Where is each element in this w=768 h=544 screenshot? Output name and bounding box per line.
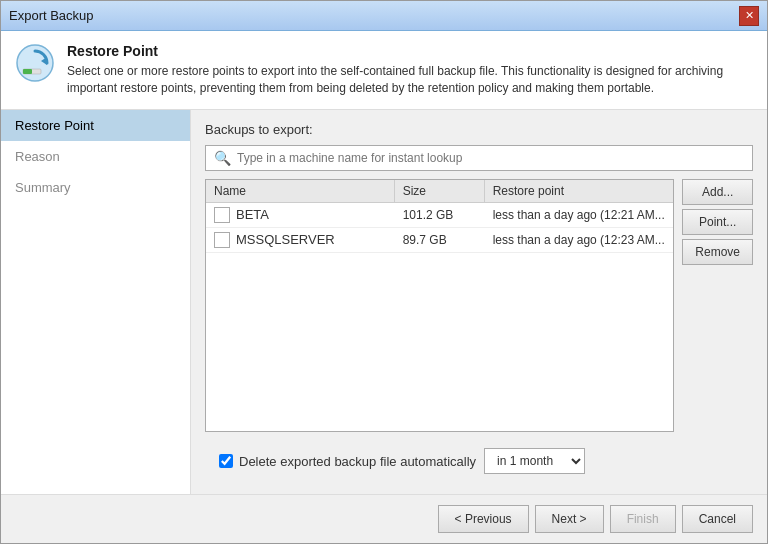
close-button[interactable]: ✕ bbox=[739, 6, 759, 26]
delete-checkbox-text: Delete exported backup file automaticall… bbox=[239, 454, 476, 469]
content-area: Restore Point Reason Summary Backups to … bbox=[1, 110, 767, 494]
header-description: Select one or more restore points to exp… bbox=[67, 63, 753, 97]
row-icon-1 bbox=[214, 232, 230, 248]
header-section: Restore Point Select one or more restore… bbox=[1, 31, 767, 110]
delete-checkbox-label[interactable]: Delete exported backup file automaticall… bbox=[219, 454, 476, 469]
sidebar-item-restore-point[interactable]: Restore Point bbox=[1, 110, 190, 141]
table-area: Name Size Restore point BETA 101.2 GB le… bbox=[205, 179, 753, 432]
remove-button[interactable]: Remove bbox=[682, 239, 753, 265]
cell-size-1: 89.7 GB bbox=[395, 228, 485, 252]
table-row[interactable]: BETA 101.2 GB less than a day ago (12:21… bbox=[206, 203, 673, 228]
footer: < Previous Next > Finish Cancel bbox=[1, 494, 767, 543]
table-body: BETA 101.2 GB less than a day ago (12:21… bbox=[206, 203, 673, 431]
cancel-button[interactable]: Cancel bbox=[682, 505, 753, 533]
backups-label: Backups to export: bbox=[205, 122, 753, 137]
search-box: 🔍 bbox=[205, 145, 753, 171]
bottom-section: Delete exported backup file automaticall… bbox=[205, 440, 753, 482]
search-icon: 🔍 bbox=[214, 150, 231, 166]
delete-dropdown[interactable]: in 1 month in 3 months in 6 months in 1 … bbox=[484, 448, 585, 474]
next-button[interactable]: Next > bbox=[535, 505, 604, 533]
svg-rect-3 bbox=[23, 69, 32, 74]
header-icon bbox=[15, 43, 55, 83]
main-content: Backups to export: 🔍 Name Size Restore p… bbox=[191, 110, 767, 494]
header-text: Restore Point Select one or more restore… bbox=[67, 43, 753, 97]
side-buttons: Add... Point... Remove bbox=[682, 179, 753, 432]
point-button[interactable]: Point... bbox=[682, 209, 753, 235]
add-button[interactable]: Add... bbox=[682, 179, 753, 205]
window-title: Export Backup bbox=[9, 8, 94, 23]
col-restore-point: Restore point bbox=[485, 180, 674, 202]
main-window: Export Backup ✕ Restore Point Select one… bbox=[0, 0, 768, 544]
col-name: Name bbox=[206, 180, 395, 202]
header-title: Restore Point bbox=[67, 43, 753, 59]
search-input[interactable] bbox=[237, 151, 744, 165]
table-row[interactable]: MSSQLSERVER 89.7 GB less than a day ago … bbox=[206, 228, 673, 253]
cell-name-1: MSSQLSERVER bbox=[206, 228, 395, 252]
finish-button[interactable]: Finish bbox=[610, 505, 676, 533]
cell-size-0: 101.2 GB bbox=[395, 203, 485, 227]
sidebar-item-reason[interactable]: Reason bbox=[1, 141, 190, 172]
sidebar-item-summary[interactable]: Summary bbox=[1, 172, 190, 203]
cell-name-0: BETA bbox=[206, 203, 395, 227]
sidebar: Restore Point Reason Summary bbox=[1, 110, 191, 494]
cell-restore-1: less than a day ago (12:23 AM... bbox=[485, 228, 674, 252]
cell-restore-0: less than a day ago (12:21 AM... bbox=[485, 203, 674, 227]
table-header: Name Size Restore point bbox=[206, 180, 673, 203]
col-size: Size bbox=[395, 180, 485, 202]
table-wrapper: Name Size Restore point BETA 101.2 GB le… bbox=[205, 179, 674, 432]
previous-button[interactable]: < Previous bbox=[438, 505, 529, 533]
row-icon-0 bbox=[214, 207, 230, 223]
delete-checkbox[interactable] bbox=[219, 454, 233, 468]
title-bar: Export Backup ✕ bbox=[1, 1, 767, 31]
